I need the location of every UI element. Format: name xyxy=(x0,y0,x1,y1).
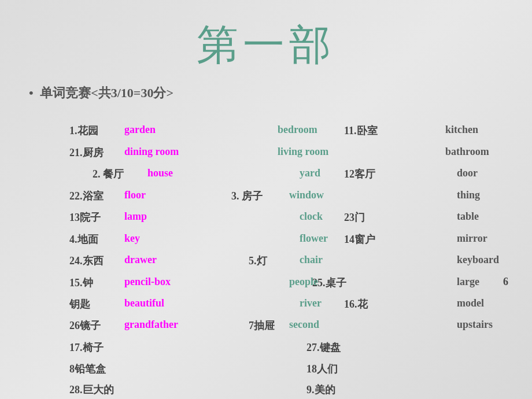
item-key-zh: 钥匙 xyxy=(69,297,90,311)
item-21: 21.厨房 xyxy=(69,146,104,160)
item-23-door: 23门 xyxy=(344,210,365,224)
item-17-chair: 17.椅子 xyxy=(69,341,104,354)
item-river: river xyxy=(300,297,322,309)
item-bathroom: bathroom xyxy=(445,146,489,158)
item-window: window xyxy=(289,189,324,201)
item-kitchen: kitchen xyxy=(445,124,478,136)
item-7-drawer: 7抽屉 xyxy=(249,319,275,332)
item-garden: garden xyxy=(124,124,156,136)
item-door: door xyxy=(457,167,478,179)
item-diningroom: dining room xyxy=(124,146,179,158)
item-14-window: 14窗户 xyxy=(344,232,375,246)
item-large: large xyxy=(457,276,479,288)
main-page: 第一部 • 单词竞赛<共3/10=30分> 1.花园gardenbedroom1… xyxy=(0,0,532,399)
item-11-bedroom-zh: 11.卧室 xyxy=(344,124,378,138)
item-model: model xyxy=(457,297,484,309)
item-16-flower: 16.花 xyxy=(344,297,368,311)
item-clock-en: clock xyxy=(300,210,323,223)
item-second: second xyxy=(289,319,319,331)
item-24-thing: 24.东西 xyxy=(69,254,104,268)
item-15-clock: 15.钟 xyxy=(69,276,93,290)
item-table: table xyxy=(457,210,479,223)
page-title: 第一部 xyxy=(23,12,509,73)
item-5-lamp: 5.灯 xyxy=(249,254,267,268)
item-livingroom: living room xyxy=(278,146,328,158)
item-flower: flower xyxy=(300,232,328,245)
item-18-people: 18人们 xyxy=(306,362,338,376)
item-1: 1.花园 xyxy=(69,124,98,138)
item-6: 6 xyxy=(503,276,508,288)
item-grandfather: grandfather xyxy=(124,319,178,331)
item-chair: chair xyxy=(300,254,323,266)
item-3-room: 3. 房子 xyxy=(231,189,263,203)
item-upstairs: upstairs xyxy=(457,319,493,331)
item-mirror: mirror xyxy=(457,232,487,245)
item-keyboard: keyboard xyxy=(457,254,499,266)
item-bedroom: bedroom xyxy=(278,124,317,136)
item-drawer: drawer xyxy=(124,254,157,266)
subtitle: • 单词竞赛<共3/10=30分> xyxy=(23,84,509,102)
item-house: house xyxy=(147,167,173,179)
item-thing: thing xyxy=(457,189,480,201)
item-people: people xyxy=(289,276,318,288)
item-lamp: lamp xyxy=(124,210,147,223)
item-28-large: 28.巨大的 xyxy=(69,383,114,397)
item-pencilbox: pencil-box xyxy=(124,276,171,288)
item-13-yard: 13院子 xyxy=(69,210,101,224)
item-26-mirror: 26镜子 xyxy=(69,319,101,332)
bullet-icon: • xyxy=(29,86,34,101)
item-8-pencilbox: 8铅笔盒 xyxy=(69,362,106,376)
item-yard: yard xyxy=(300,167,320,179)
item-beautiful: beautiful xyxy=(124,297,164,309)
item-12-livingroom: 12客厅 xyxy=(344,167,375,181)
item-22-bathroom: 22.浴室 xyxy=(69,189,104,203)
item-9-beautiful: 9.美的 xyxy=(306,383,335,397)
item-2-restaurant: 2. 餐厅 xyxy=(93,167,124,181)
item-27-keyboard: 27.键盘 xyxy=(306,341,341,354)
item-floor: floor xyxy=(124,189,146,201)
item-key: key xyxy=(124,232,140,245)
item-4-floor: 4.地面 xyxy=(69,232,98,246)
